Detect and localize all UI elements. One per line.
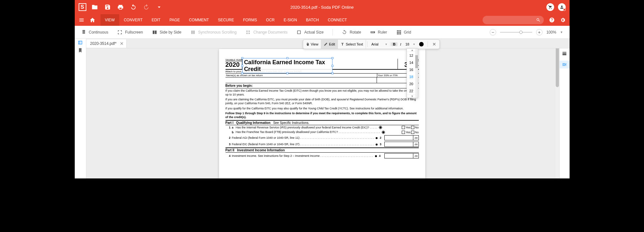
p3: If you qualify for the California EITC y… <box>226 106 419 111</box>
document-title: 2020-3514.pdf - Soda PDF Online <box>290 5 354 10</box>
right-rail <box>559 39 570 178</box>
fullscreen-icon <box>117 30 122 35</box>
tax-year: 2020 <box>226 61 242 68</box>
menu-secure[interactable]: SECURE <box>213 14 238 26</box>
bold-button[interactable]: B <box>391 42 398 46</box>
menu-esign[interactable]: E-SIGN <box>279 14 301 26</box>
view-toolbar: Continuous Fullscreen Side by Side Synch… <box>75 26 570 39</box>
titlebar: S 2020-3514.pdf - Soda PDF Online <box>75 0 570 14</box>
zoom-dropdown-icon[interactable]: ▼ <box>560 31 563 34</box>
taxable-year-label: TAXABLE YEAR <box>226 59 242 61</box>
adjust-panel-icon[interactable] <box>562 62 567 67</box>
settings-icon[interactable] <box>560 17 566 23</box>
sidebyside-button[interactable]: Side by Side <box>152 30 181 35</box>
print-icon[interactable] <box>117 4 124 10</box>
changedocs-icon <box>245 30 251 35</box>
grid-icon <box>396 30 401 35</box>
account-icon[interactable] <box>558 3 566 11</box>
left-rail <box>75 39 86 178</box>
app-logo[interactable]: S <box>79 3 86 11</box>
font-size-dropdown: ▲ 12 14 16 18 20 22 ▼ <box>407 48 418 98</box>
menu-view[interactable]: VIEW <box>101 14 120 26</box>
rotate-button[interactable]: Rotate <box>342 30 361 35</box>
search-icon <box>536 18 541 22</box>
part1-header: Part I Qualifying Information See Specif… <box>226 120 419 125</box>
ruler-button[interactable]: Ruler <box>370 30 387 35</box>
size-dropdown-icon[interactable]: ▼ <box>411 43 417 46</box>
actualsize-icon <box>296 30 302 35</box>
chevron-down-icon[interactable] <box>156 4 162 10</box>
part2-header: Part II Investment Income Information <box>226 147 419 153</box>
p2: If you are claiming the California EITC,… <box>226 97 419 106</box>
layout-panel-icon[interactable] <box>562 51 567 56</box>
rotate-icon <box>342 30 347 35</box>
font-size-input[interactable] <box>403 42 411 46</box>
menu-comment[interactable]: COMMENT <box>184 14 213 26</box>
home-icon[interactable] <box>90 17 95 23</box>
menu-edit[interactable]: EDIT <box>147 14 165 26</box>
menu-ocr[interactable]: OCR <box>262 14 279 26</box>
view-mode-button[interactable]: View <box>303 40 322 49</box>
close-toolbar-button[interactable]: ✕ <box>429 42 439 47</box>
pencil-icon <box>324 42 328 46</box>
font-family-select[interactable]: Arial ▼ <box>369 42 390 46</box>
undo-icon[interactable] <box>130 4 137 10</box>
before-begin: Before you begin: <box>226 83 419 88</box>
redo-icon[interactable] <box>143 4 149 10</box>
help-icon[interactable] <box>549 17 555 23</box>
menu-convert[interactable]: CONVERT <box>119 14 147 26</box>
menubar: VIEW CONVERT EDIT PAGE COMMENT SECURE FO… <box>75 14 570 26</box>
sidebyside-icon <box>152 30 157 35</box>
fullscreen-button[interactable]: Fullscreen <box>117 30 143 35</box>
continuous-button[interactable]: Continuous <box>81 30 109 35</box>
zoom-in-button[interactable]: + <box>536 29 543 35</box>
selected-text-box[interactable]: California Earned Income Tax Credit <box>242 58 332 73</box>
p4: Follow Step 1 through Step 9 in the inst… <box>226 111 419 120</box>
hamburger-icon[interactable] <box>79 17 84 23</box>
edit-mode-button[interactable]: Edit <box>321 40 338 49</box>
zoom-out-button[interactable]: − <box>490 29 496 35</box>
select-text-button[interactable]: Select Text <box>338 40 366 49</box>
ruler-icon <box>370 30 375 35</box>
menu-batch[interactable]: BATCH <box>302 14 323 26</box>
menu-connect[interactable]: CONNECT <box>323 14 351 26</box>
cart-icon[interactable] <box>546 3 554 11</box>
search-input[interactable] <box>483 16 544 24</box>
vertical-scrollbar[interactable] <box>555 39 559 178</box>
open-icon[interactable] <box>91 4 98 10</box>
pdf-page[interactable]: TAXABLE YEAR 2020 California Earned Inco… <box>219 49 425 178</box>
selecttext-icon <box>341 42 344 46</box>
italic-button[interactable]: I <box>398 42 403 46</box>
names-label: Name(s) as shown on tax return <box>226 74 377 77</box>
zoom-percent[interactable]: 100% <box>546 30 556 35</box>
syncscroll-icon <box>190 30 196 35</box>
panel-icon[interactable] <box>78 40 83 45</box>
bookmark-icon[interactable] <box>78 48 83 53</box>
menu-forms[interactable]: FORMS <box>238 14 261 26</box>
p1: If you claim the California Earned Incom… <box>226 88 419 97</box>
hand-icon <box>306 42 310 46</box>
changedocs-button: Change Documents <box>245 30 287 35</box>
text-color-button[interactable] <box>419 42 424 46</box>
continuous-icon <box>81 30 86 35</box>
grid-button[interactable]: Grid <box>396 30 411 35</box>
edit-toolbar: View Edit Select Text Arial ▼ B I <box>303 39 440 49</box>
zoom-slider[interactable] <box>500 32 532 33</box>
syncscroll-button: Synchronous Scrolling <box>190 30 236 35</box>
close-tab-icon[interactable]: ✕ <box>120 41 124 46</box>
document-tab[interactable]: 2020-3514.pdf* ✕ <box>86 39 127 48</box>
actualsize-button[interactable]: Actual Size <box>296 30 323 35</box>
save-icon[interactable] <box>104 4 111 10</box>
menu-page[interactable]: PAGE <box>165 14 184 26</box>
